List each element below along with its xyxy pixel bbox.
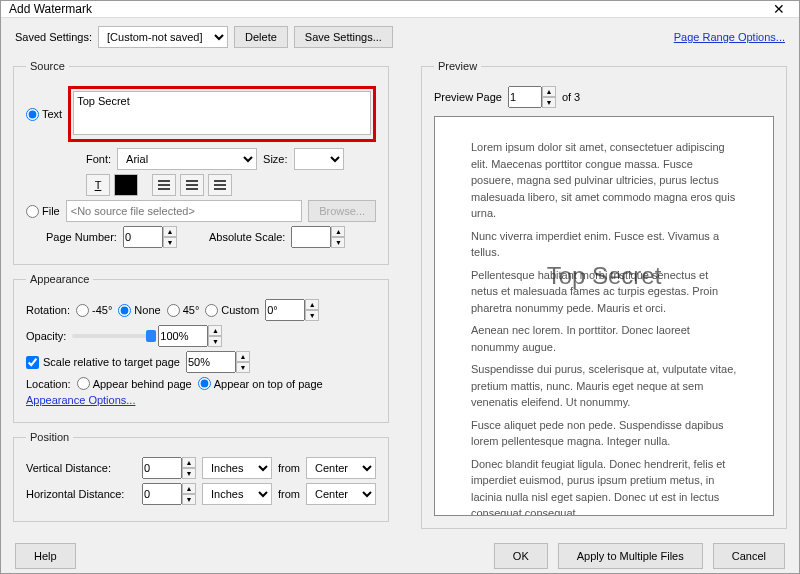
watermark-preview: Top Secret — [547, 258, 662, 294]
hdist-label: Horizontal Distance: — [26, 488, 136, 500]
font-select[interactable]: Arial — [117, 148, 257, 170]
loc-behind[interactable]: Appear behind page — [77, 377, 192, 390]
size-label: Size: — [263, 153, 287, 165]
appearance-options-link[interactable]: Appearance Options... — [26, 394, 135, 406]
text-highlight: Top Secret — [68, 86, 376, 142]
abs-scale-spinner[interactable]: ▲▼ — [291, 226, 345, 248]
size-select[interactable] — [294, 148, 344, 170]
location-label: Location: — [26, 378, 71, 390]
hdist-spinner[interactable]: ▲▼ — [142, 483, 196, 505]
appearance-group: Appearance Rotation: -45° None 45° Custo… — [13, 273, 389, 423]
text-radio[interactable]: Text — [26, 108, 62, 121]
file-radio[interactable]: File — [26, 205, 60, 218]
titlebar: Add Watermark ✕ — [1, 1, 799, 18]
loc-top[interactable]: Appear on top of page — [198, 377, 323, 390]
scale-checkbox[interactable]: Scale relative to target page — [26, 356, 180, 369]
vdist-from[interactable]: Center — [306, 457, 376, 479]
preview-canvas: Lorem ipsum dolor sit amet, consectetuer… — [434, 116, 774, 516]
hdist-from[interactable]: Center — [306, 483, 376, 505]
opacity-label: Opacity: — [26, 330, 66, 342]
browse-button[interactable]: Browse... — [308, 200, 376, 222]
window-title: Add Watermark — [9, 2, 767, 16]
preview-of-label: of 3 — [562, 91, 580, 103]
watermark-text-input[interactable]: Top Secret — [73, 91, 371, 135]
underline-button[interactable]: T — [86, 174, 110, 196]
align-left-button[interactable] — [152, 174, 176, 196]
rotation-label: Rotation: — [26, 304, 70, 316]
saved-settings-select[interactable]: [Custom-not saved] — [98, 26, 228, 48]
hdist-unit[interactable]: Inches — [202, 483, 272, 505]
page-number-label: Page Number: — [46, 231, 117, 243]
toolbar: Saved Settings: [Custom-not saved] Delet… — [1, 18, 799, 56]
hdist-from-label: from — [278, 488, 300, 500]
rot-custom[interactable]: Custom — [205, 304, 259, 317]
ok-button[interactable]: OK — [494, 543, 548, 569]
rot-custom-spinner[interactable]: ▲▼ — [265, 299, 319, 321]
source-group: Source Text Top Secret Font: Arial Size:… — [13, 60, 389, 265]
rot-m45[interactable]: -45° — [76, 304, 112, 317]
appearance-legend: Appearance — [26, 273, 93, 285]
preview-legend: Preview — [434, 60, 481, 72]
file-path — [66, 200, 302, 222]
rot-45[interactable]: 45° — [167, 304, 200, 317]
vdist-spinner[interactable]: ▲▼ — [142, 457, 196, 479]
position-legend: Position — [26, 431, 73, 443]
font-label: Font: — [86, 153, 111, 165]
delete-button[interactable]: Delete — [234, 26, 288, 48]
save-settings-button[interactable]: Save Settings... — [294, 26, 393, 48]
preview-page-label: Preview Page — [434, 91, 502, 103]
vdist-label: Vertical Distance: — [26, 462, 136, 474]
preview-group: Preview Preview Page ▲▼ of 3 Lorem ipsum… — [421, 60, 787, 529]
footer: Help OK Apply to Multiple Files Cancel — [1, 533, 799, 574]
position-group: Position Vertical Distance: ▲▼ Inches fr… — [13, 431, 389, 522]
close-icon[interactable]: ✕ — [767, 1, 791, 17]
page-range-link[interactable]: Page Range Options... — [674, 31, 785, 43]
source-legend: Source — [26, 60, 69, 72]
align-right-button[interactable] — [208, 174, 232, 196]
opacity-slider[interactable] — [72, 334, 152, 338]
rot-none[interactable]: None — [118, 304, 160, 317]
apply-multiple-button[interactable]: Apply to Multiple Files — [558, 543, 703, 569]
opacity-spinner[interactable]: ▲▼ — [158, 325, 222, 347]
saved-settings-label: Saved Settings: — [15, 31, 92, 43]
vdist-from-label: from — [278, 462, 300, 474]
cancel-button[interactable]: Cancel — [713, 543, 785, 569]
abs-scale-label: Absolute Scale: — [209, 231, 285, 243]
color-button[interactable] — [114, 174, 138, 196]
scale-spinner[interactable]: ▲▼ — [186, 351, 250, 373]
align-center-button[interactable] — [180, 174, 204, 196]
page-number-spinner[interactable]: ▲▼ — [123, 226, 177, 248]
preview-page-spinner[interactable]: ▲▼ — [508, 86, 556, 108]
vdist-unit[interactable]: Inches — [202, 457, 272, 479]
help-button[interactable]: Help — [15, 543, 76, 569]
